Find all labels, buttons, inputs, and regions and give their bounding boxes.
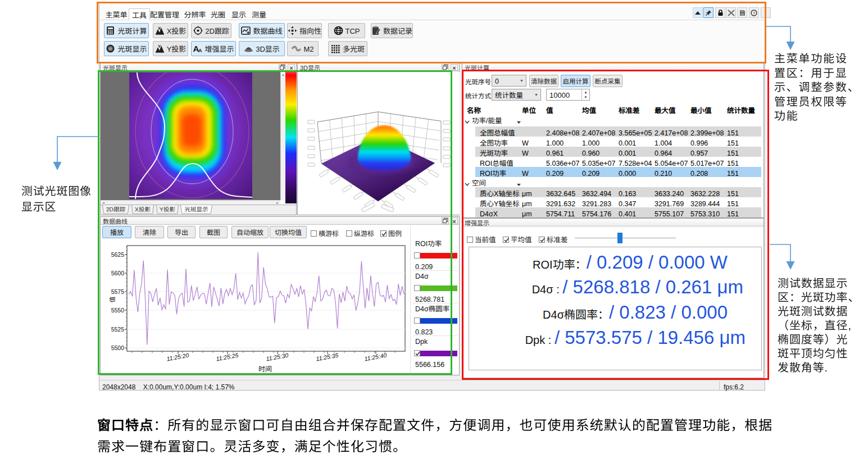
- svg-text:11:25:25: 11:25:25: [215, 351, 239, 363]
- svg-text:值: 值: [107, 297, 116, 303]
- svg-text:5625: 5625: [111, 250, 125, 259]
- svg-text:11:25:30: 11:25:30: [265, 351, 289, 363]
- svg-text:5525: 5525: [111, 325, 125, 333]
- svg-text:11:25:20: 11:25:20: [166, 351, 189, 363]
- svg-text:时间: 时间: [258, 364, 272, 373]
- svg-text:5575: 5575: [111, 287, 125, 296]
- svg-text:Y: Y: [158, 44, 161, 49]
- svg-text:11:25:35: 11:25:35: [315, 351, 339, 363]
- svg-text:X: X: [158, 26, 161, 31]
- svg-text:5500: 5500: [111, 343, 125, 352]
- svg-text:?: ?: [753, 10, 756, 15]
- svg-text:A: A: [198, 48, 202, 53]
- svg-text:11:25:40: 11:25:40: [363, 351, 387, 363]
- svg-text:5550: 5550: [111, 306, 125, 314]
- svg-text:5600: 5600: [111, 269, 125, 277]
